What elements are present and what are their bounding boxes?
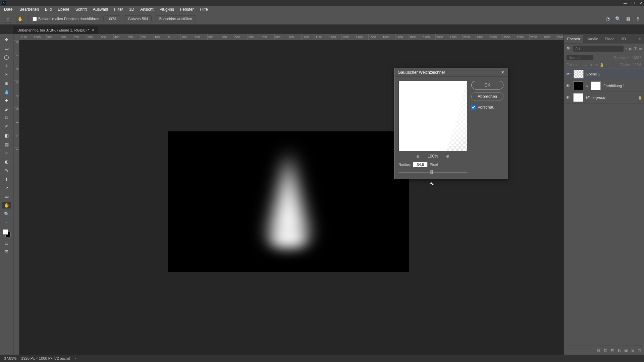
tab-paths[interactable]: Pfade: [601, 35, 618, 43]
lasso-tool[interactable]: ◯: [2, 54, 11, 60]
fill-value[interactable]: 100%: [633, 63, 641, 67]
dialog-preview[interactable]: [398, 81, 467, 151]
cloud-icon[interactable]: ◔: [606, 16, 610, 21]
tab-channels[interactable]: Kanäle: [583, 35, 601, 43]
share-icon[interactable]: ⇪: [636, 16, 640, 21]
frame-tool[interactable]: ⊞: [2, 80, 11, 86]
panel-menu-icon[interactable]: ≡: [635, 35, 644, 43]
tab-3d[interactable]: 3D: [618, 35, 629, 43]
hand-tool[interactable]: ✋: [2, 202, 11, 208]
menu-file[interactable]: Datei: [1, 6, 16, 12]
heal-tool[interactable]: ✚: [2, 97, 11, 104]
history-brush-tool[interactable]: ↶: [2, 123, 11, 130]
menu-select[interactable]: Auswahl: [90, 6, 111, 12]
zoom-in-icon[interactable]: ⊕: [446, 154, 449, 159]
layer-thumbnail[interactable]: [573, 81, 583, 90]
filter-type-icon[interactable]: T: [634, 47, 637, 51]
screenmode-tool[interactable]: ⊡: [2, 248, 11, 255]
cancel-button[interactable]: Abbrechen: [471, 92, 503, 101]
layer-search-input[interactable]: [573, 46, 624, 52]
link-layers-icon[interactable]: ⌘: [597, 348, 601, 353]
layer-row-3[interactable]: 👁 Hintergrund 🔒: [564, 92, 644, 104]
zoom-value[interactable]: 100%: [103, 15, 120, 22]
path-tool[interactable]: ↗: [2, 184, 11, 191]
filter-adjust-icon[interactable]: ◐: [629, 47, 632, 51]
minimize-button[interactable]: —: [624, 1, 627, 5]
delete-icon[interactable]: 🗑: [638, 348, 642, 353]
hand-tool-icon[interactable]: ✋: [16, 15, 24, 23]
close-tab-icon[interactable]: ✕: [92, 28, 94, 32]
blur-tool[interactable]: ○: [2, 149, 11, 156]
restore-button[interactable]: ❐: [632, 1, 635, 5]
menu-image[interactable]: Bild: [42, 6, 54, 12]
status-chevron-icon[interactable]: ›: [75, 356, 76, 360]
stamp-tool[interactable]: ⧉: [2, 115, 11, 121]
visibility-icon[interactable]: 👁: [566, 72, 571, 76]
visibility-icon[interactable]: 👁: [566, 83, 571, 88]
menu-layer[interactable]: Ebene: [55, 6, 72, 12]
pen-tool[interactable]: ✎: [2, 167, 11, 174]
ruler-horizontal[interactable]: 1100100090080070060050040030020010001002…: [19, 34, 564, 40]
new-layer-icon[interactable]: ⊞: [631, 348, 635, 353]
layer-mask-thumbnail[interactable]: [591, 81, 601, 90]
crop-tool[interactable]: ✂: [2, 71, 11, 78]
ruler-vertical[interactable]: 000000111: [13, 40, 19, 355]
fit-screen-button[interactable]: Ganzes Bild: [124, 15, 151, 22]
menu-help[interactable]: Hilfe: [197, 6, 211, 12]
scroll-all-checkbox[interactable]: Bildlauf in allen Fenstern durchführen: [33, 17, 99, 21]
lock-transparency-icon[interactable]: ▫: [581, 63, 583, 67]
tab-layers[interactable]: Ebenen: [564, 35, 583, 43]
wand-tool[interactable]: ✧: [2, 62, 11, 69]
radius-input[interactable]: [413, 162, 428, 167]
close-icon[interactable]: ✕: [501, 70, 504, 75]
zoom-out-icon[interactable]: ⊖: [416, 154, 420, 159]
type-tool[interactable]: T: [2, 176, 11, 182]
group-icon[interactable]: ▣: [624, 348, 628, 353]
close-window-button[interactable]: ✕: [639, 1, 642, 5]
layer-row-2[interactable]: 👁 ⎆ Farbfüllung 1: [564, 80, 644, 92]
opacity-value[interactable]: 100%: [632, 56, 641, 60]
edit-toolbar[interactable]: ⋯: [2, 219, 11, 226]
layer-name[interactable]: Ebene 1: [586, 72, 600, 76]
lock-artboard-icon[interactable]: ▭: [595, 63, 598, 67]
link-icon[interactable]: ⎆: [586, 84, 588, 88]
zoom-tool[interactable]: 🔍: [2, 210, 11, 217]
rectangle-tool[interactable]: ▭: [2, 193, 11, 200]
eraser-tool[interactable]: ◧: [2, 132, 11, 139]
brush-tool[interactable]: 🖌: [2, 106, 11, 113]
lock-pixels-icon[interactable]: 🖌: [585, 63, 588, 67]
filter-pixel-icon[interactable]: ▫: [626, 47, 627, 51]
visibility-icon[interactable]: 👁: [566, 95, 571, 100]
menu-edit[interactable]: Bearbeiten: [17, 6, 42, 12]
mask-icon[interactable]: ◩: [610, 348, 614, 353]
layer-name[interactable]: Hintergrund: [586, 96, 605, 100]
search-icon[interactable]: 🔍: [615, 16, 621, 21]
gradient-tool[interactable]: ▤: [2, 141, 11, 147]
menu-3d[interactable]: 3D: [126, 6, 137, 12]
eyedropper-tool[interactable]: 💧: [2, 88, 11, 95]
marquee-tool[interactable]: ▭: [2, 45, 11, 52]
layer-row-1[interactable]: 👁 Ebene 1: [564, 68, 644, 80]
blend-mode-dropdown[interactable]: Normal: [567, 55, 593, 60]
move-tool[interactable]: ✥: [2, 36, 11, 43]
lock-all-icon[interactable]: 🔒: [600, 63, 604, 67]
menu-window[interactable]: Fenster: [177, 6, 197, 12]
dodge-tool[interactable]: ◐: [2, 158, 11, 165]
status-zoom[interactable]: 37,83%: [4, 356, 16, 360]
layer-thumbnail[interactable]: [573, 93, 583, 102]
lock-position-icon[interactable]: ✥: [590, 63, 593, 67]
menu-view[interactable]: Ansicht: [138, 6, 156, 12]
filter-shape-icon[interactable]: ▭: [639, 47, 642, 51]
preview-checkbox[interactable]: Vorschau: [471, 105, 503, 110]
ok-button[interactable]: OK: [471, 81, 503, 89]
quickmask-tool[interactable]: ◻: [2, 239, 11, 246]
fill-screen-button[interactable]: Bildschirm ausfüllen: [156, 15, 196, 22]
document-tab[interactable]: Unbenannt-1 bei 37,8% (Ebene 1, RGB/8) *…: [13, 26, 98, 34]
menu-type[interactable]: Schrift: [73, 6, 90, 12]
menu-filter[interactable]: Filter: [111, 6, 126, 12]
layer-name[interactable]: Farbfüllung 1: [603, 84, 625, 88]
fx-icon[interactable]: fx: [604, 348, 607, 353]
color-swatch[interactable]: [3, 229, 11, 237]
radius-slider[interactable]: [398, 170, 467, 175]
dialog-titlebar[interactable]: Gaußscher Weichzeichner ✕: [394, 68, 508, 77]
